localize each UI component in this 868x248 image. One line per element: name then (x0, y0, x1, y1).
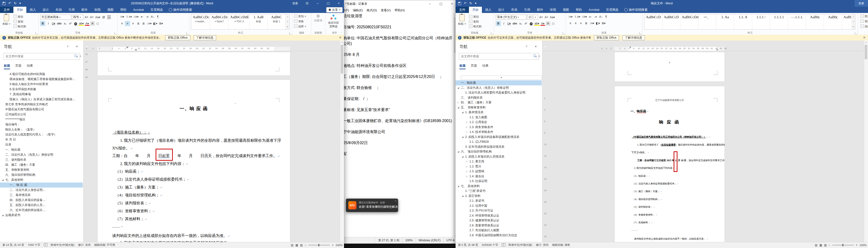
style-item[interactable]: 1.1.1 / (752, 15, 770, 29)
nav-item[interactable]: ▷1.4. 技术资格条件 (456, 130, 542, 135)
tell-me-search[interactable]: 操作说明搜索 (166, 7, 194, 13)
nav-item[interactable]: ◢1. 基本情况表 (456, 110, 542, 115)
styles-dialog-launcher[interactable] (855, 32, 857, 34)
nav-item[interactable]: 六、近年完成的类似项目… (0, 208, 83, 213)
style-item[interactable]: AaBbC标题 1 (268, 15, 286, 29)
document-page-previous[interactable] (97, 52, 290, 76)
expand-triangle-icon[interactable]: ▷ (458, 100, 459, 105)
nav-item[interactable]: 中国石油天然气股份有限公司 (0, 107, 83, 112)
align-right-button[interactable]: ≡ (579, 21, 583, 25)
ribbon-tab[interactable]: 百度网盘 (147, 7, 166, 13)
align-left-button[interactable]: ≡ (120, 21, 124, 26)
nav-item[interactable]: 二、法定代表人（负责人）身份证明 (0, 152, 83, 157)
collapse-triangle-icon[interactable]: ◢ (462, 154, 463, 159)
bold-button[interactable]: B (40, 21, 45, 26)
accessibility-indicator[interactable]: 辅助功能: 调查 (552, 242, 570, 248)
numbering-button[interactable]: ⒈≡▾ (125, 15, 132, 19)
font-name-box[interactable]: 方正黑体简体 ▾ (40, 15, 71, 20)
nav-item[interactable]: 项目编号： (0, 122, 83, 127)
superscript-button[interactable]: x² (524, 21, 528, 26)
sort-button[interactable]: A↓ (150, 15, 155, 19)
replace-button[interactable]: 替换 (294, 20, 306, 23)
nav-item[interactable]: ◢六、 项目组织管理机构 (456, 149, 542, 154)
proofing-icon[interactable] (44, 243, 48, 246)
bullets-button[interactable]: ⁝≡▾ (120, 15, 125, 19)
highlight-color-button[interactable]: ab▾ (534, 21, 539, 26)
word-count[interactable]: 3/25636 个字 (482, 242, 498, 248)
style-gallery-scroll[interactable]: ˄˅▾ (851, 14, 855, 29)
nav-item[interactable]: ▷1.2. 公用条款 (456, 120, 542, 125)
navpane-close-icon[interactable]: ✕ (75, 45, 78, 48)
ribbon-tab[interactable]: 设计 (39, 7, 52, 13)
font-dialog-launcher[interactable] (563, 32, 565, 34)
shrink-font-button[interactable]: A˅ (90, 15, 94, 20)
ribbon-tab[interactable]: 开始 (13, 7, 26, 13)
collapse-ribbon-icon[interactable]: ⌃ (341, 31, 343, 34)
search-icon[interactable] (74, 54, 77, 57)
shrink-font-button[interactable]: A˅ (544, 15, 549, 20)
nav-item[interactable]: ▷1.3. 商务资格条件 (456, 125, 542, 130)
sort-button[interactable]: A↓ (599, 15, 603, 19)
font-color-button[interactable]: A▾ (85, 21, 90, 26)
ribbon-tab[interactable]: 视图 (559, 7, 572, 13)
font-color-button[interactable]: A▾ (540, 21, 545, 26)
nav-item[interactable]: ◢1. 拟投入本项目的人员情况表 (456, 154, 542, 159)
ribbon-tab[interactable]: 视图 (104, 7, 117, 13)
bullets-button[interactable]: ⁝≡▾ (568, 15, 573, 19)
document-page[interactable]: 一、响 应 函 （项目单位名称）：1. 我方已仔细研究了（项目名称）项目谈判文件… (97, 79, 290, 242)
nav-item[interactable]: 1. “三商”承诺书 (456, 189, 542, 194)
style-item[interactable]: AaBbCcL (842, 15, 851, 29)
nav-item[interactable]: 5.响应人响应文件中HSE要求 (0, 82, 83, 87)
search-icon[interactable] (533, 54, 536, 57)
align-left-button[interactable]: ≡ (568, 21, 572, 25)
titlebar[interactable]: ↶ ↻ ▾ 20250822库内公开谈判文件--生活垃圾清理. [兼容模式] -… (0, 0, 344, 7)
proofing-icon[interactable] (502, 243, 505, 246)
get-genuine-office-button[interactable]: 获取正版 Office (165, 35, 190, 40)
nav-item[interactable]: 1.5. 社保证明 (456, 179, 542, 184)
ribbon-tab[interactable]: 布局 (508, 7, 521, 13)
increase-indent-button[interactable]: ⇥ (593, 15, 598, 19)
notepad-minimize-button[interactable]: – (425, 0, 435, 7)
ribbon-tab[interactable]: 插入 (26, 7, 39, 13)
zoom-in-icon[interactable]: + (856, 243, 858, 247)
style-item[interactable]: AaBbCcDdE↵TOC 3 (228, 15, 250, 29)
vertical-ruler[interactable]: 46474849 (85, 52, 89, 242)
nav-item[interactable]: 六、项目组织管理机构 (0, 172, 83, 177)
language-indicator[interactable]: 简体中文(中国大陆) (51, 242, 74, 248)
expand-triangle-icon[interactable]: ▷ (466, 130, 468, 135)
sign-in-button[interactable]: 登录 (288, 0, 302, 7)
print-layout-icon[interactable]: ▦ (819, 243, 822, 247)
collapse-triangle-icon[interactable]: ◢ (458, 184, 459, 189)
decrease-indent-button[interactable]: ⇤ (588, 15, 593, 19)
ribbon-display-options-icon[interactable]: ⊡ (302, 0, 312, 7)
collapse-triangle-icon[interactable]: ◢ (462, 194, 463, 199)
learn-more-button[interactable]: 了解详细信息 (622, 35, 645, 40)
nav-item[interactable]: 2.6. 质量管理体系认证 (456, 223, 542, 228)
nav-item[interactable]: ▷1.1. 黄文闯 (456, 159, 542, 164)
ribbon-tab[interactable]: 帮助 (572, 7, 585, 13)
notepad-titlebar[interactable]: *无标题 - 记事本 – ▢ × (337, 0, 458, 8)
paste-button[interactable]: 粘贴 ˅ (457, 14, 467, 26)
nav-item[interactable]: 三、谈判报价表 (0, 157, 83, 162)
nav-item[interactable]: 1. 法定代表人授权委托书及被委托人身份证明 (456, 90, 542, 95)
multilevel-list-button[interactable]: ⁝⁝≡▾ (133, 15, 139, 19)
nav-item[interactable]: 年 月 日 (0, 137, 83, 142)
nav-item[interactable]: 目录 (0, 142, 83, 147)
format-painter-button[interactable]: 格式刷 (469, 25, 482, 28)
accessibility-indicator[interactable]: 辅助功能: 不可用 (94, 242, 115, 248)
nav-item[interactable]: ◢合规承诺书 (0, 213, 83, 218)
nav-item[interactable]: 3. 近年完成的类似项目情况表 (456, 144, 542, 149)
decrease-indent-button[interactable]: ⇤ (140, 15, 144, 19)
cut-button[interactable]: 剪切 (469, 15, 482, 19)
document-area[interactable]: L 64224681012141618202224262830323436384… (84, 40, 344, 242)
first-line-indent-marker[interactable] (135, 49, 137, 50)
nav-item[interactable]: 一、响应函 (456, 80, 542, 85)
nav-item[interactable]: 三、基本情况表 (0, 193, 83, 198)
navpane-close-icon[interactable]: ✕ (534, 45, 537, 48)
collapse-triangle-icon[interactable]: ◢ (462, 110, 463, 115)
navigation-search-input[interactable]: 在文档中搜索 (3, 53, 80, 60)
nav-item[interactable]: 因未按标准、规程施工导致各项附属设施损坏和… (0, 77, 83, 82)
expand-triangle-icon[interactable]: ▷ (466, 125, 468, 130)
learn-more-button[interactable]: 了解详细信息 (194, 35, 216, 40)
nav-item[interactable]: ◢七、 其他资料 (456, 184, 542, 189)
